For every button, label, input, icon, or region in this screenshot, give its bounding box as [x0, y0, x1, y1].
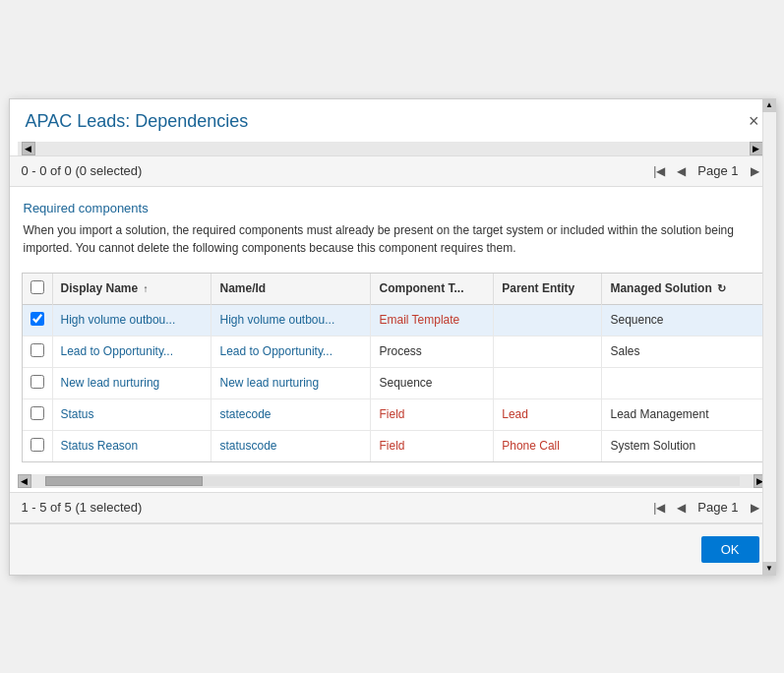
row-display-name[interactable]: New lead nurturing — [52, 367, 211, 398]
row-managed-solution: Lead Management — [602, 398, 762, 430]
row-component-type[interactable]: Field — [371, 398, 494, 430]
top-pagination-controls: |◀ ◀ Page 1 ▶ — [649, 162, 762, 180]
scroll-up-arrow[interactable]: ▲ — [762, 98, 776, 112]
row-parent-entity — [494, 336, 602, 367]
bottom-page-label: Page 1 — [697, 500, 738, 515]
next-page-bottom-button[interactable]: ▶ — [747, 499, 763, 517]
dependencies-table-container: Display Name ↑ Name/Id Component T... Pa… — [22, 273, 763, 462]
row-managed-solution — [602, 367, 762, 398]
sort-icon: ↑ — [144, 283, 149, 294]
refresh-icon: ↻ — [717, 282, 726, 294]
table-row: New lead nurturingNew lead nurturingSequ… — [23, 367, 762, 398]
row-checkbox[interactable] — [30, 375, 44, 389]
row-component-type: Sequence — [371, 367, 494, 398]
row-checkbox-cell[interactable] — [23, 398, 53, 430]
select-all-checkbox[interactable] — [30, 280, 44, 294]
first-page-top-button[interactable]: |◀ — [649, 162, 669, 180]
top-pagination-info: 0 - 0 of 0 (0 selected) — [22, 163, 143, 178]
th-component-type[interactable]: Component T... — [371, 274, 494, 305]
bottom-scroll-left-arrow[interactable]: ◀ — [18, 474, 31, 488]
required-components-description: When you import a solution, the required… — [24, 221, 761, 257]
required-components-section: Required components When you import a so… — [10, 187, 775, 265]
table-row: Lead to Opportunity...Lead to Opportunit… — [23, 336, 762, 367]
dialog-container: APAC Leads: Dependencies × ◀ ▶ 0 - 0 of … — [9, 98, 776, 576]
row-name-id[interactable]: High volume outbou... — [211, 304, 371, 336]
row-checkbox-cell[interactable] — [23, 430, 53, 461]
row-display-name[interactable]: Status Reason — [52, 430, 211, 461]
dialog-footer: OK — [10, 523, 775, 575]
top-page-label: Page 1 — [697, 163, 738, 178]
scroll-thumb-area — [45, 476, 740, 486]
row-parent-entity — [494, 367, 602, 398]
table-body: High volume outbou...High volume outbou.… — [23, 304, 762, 461]
row-managed-solution: Sales — [602, 336, 762, 367]
table-row: High volume outbou...High volume outbou.… — [23, 304, 762, 336]
scroll-left-arrow[interactable]: ◀ — [22, 142, 35, 155]
th-display-name[interactable]: Display Name ↑ — [52, 274, 211, 305]
row-display-name[interactable]: Status — [52, 398, 211, 430]
scroll-down-arrow[interactable]: ▼ — [762, 562, 776, 576]
row-managed-solution: System Solution — [602, 430, 762, 461]
row-display-name[interactable]: Lead to Opportunity... — [52, 336, 211, 367]
first-page-bottom-button[interactable]: |◀ — [649, 499, 669, 517]
table-row: Status ReasonstatuscodeFieldPhone CallSy… — [23, 430, 762, 461]
row-checkbox-cell[interactable] — [23, 336, 53, 367]
row-component-type: Process — [371, 336, 494, 367]
row-checkbox[interactable] — [30, 406, 44, 420]
table-header-row: Display Name ↑ Name/Id Component T... Pa… — [23, 274, 762, 305]
row-managed-solution: Sequence — [602, 304, 762, 336]
row-component-type[interactable]: Field — [371, 430, 494, 461]
dialog-header: APAC Leads: Dependencies × — [10, 99, 775, 142]
right-scrollbar[interactable]: ▲ ▼ — [762, 98, 776, 576]
next-page-top-button[interactable]: ▶ — [747, 162, 763, 180]
row-parent-entity — [494, 304, 602, 336]
th-parent-entity[interactable]: Parent Entity — [494, 274, 602, 305]
top-pagination-bar: 0 - 0 of 0 (0 selected) |◀ ◀ Page 1 ▶ — [10, 155, 775, 187]
row-checkbox[interactable] — [30, 343, 44, 357]
row-parent-entity[interactable]: Phone Call — [494, 430, 602, 461]
row-display-name[interactable]: High volume outbou... — [52, 304, 211, 336]
row-checkbox-cell[interactable] — [23, 367, 53, 398]
row-checkbox[interactable] — [30, 312, 44, 326]
row-name-id[interactable]: Lead to Opportunity... — [211, 336, 371, 367]
bottom-scrollbar[interactable]: ◀ ▶ — [18, 474, 767, 488]
row-name-id[interactable]: statuscode — [211, 430, 371, 461]
bottom-pagination-bar: 1 - 5 of 5 (1 selected) |◀ ◀ Page 1 ▶ — [10, 492, 775, 523]
row-name-id[interactable]: statecode — [211, 398, 371, 430]
prev-page-bottom-button[interactable]: ◀ — [673, 499, 690, 517]
row-name-id[interactable]: New lead nurturing — [211, 367, 371, 398]
th-managed-solution[interactable]: Managed Solution ↻ — [602, 274, 762, 305]
row-component-type[interactable]: Email Template — [371, 304, 494, 336]
th-checkbox[interactable] — [23, 274, 53, 305]
row-checkbox[interactable] — [30, 438, 44, 452]
table-row: StatusstatecodeFieldLeadLead Management — [23, 398, 762, 430]
bottom-pagination-info: 1 - 5 of 5 (1 selected) — [22, 500, 143, 515]
required-components-title: Required components — [24, 201, 761, 215]
prev-page-top-button[interactable]: ◀ — [673, 162, 690, 180]
dialog-title: APAC Leads: Dependencies — [26, 111, 249, 132]
ok-button[interactable]: OK — [701, 536, 759, 563]
close-button[interactable]: × — [749, 112, 759, 130]
scroll-right-arrow[interactable]: ▶ — [750, 142, 763, 155]
row-parent-entity[interactable]: Lead — [494, 398, 602, 430]
row-checkbox-cell[interactable] — [23, 304, 53, 336]
bottom-pagination-controls: |◀ ◀ Page 1 ▶ — [649, 499, 762, 517]
th-name-id[interactable]: Name/Id — [211, 274, 371, 305]
dependencies-table: Display Name ↑ Name/Id Component T... Pa… — [23, 274, 762, 461]
top-scrollbar[interactable]: ◀ ▶ — [18, 142, 767, 155]
scroll-thumb — [45, 476, 203, 486]
